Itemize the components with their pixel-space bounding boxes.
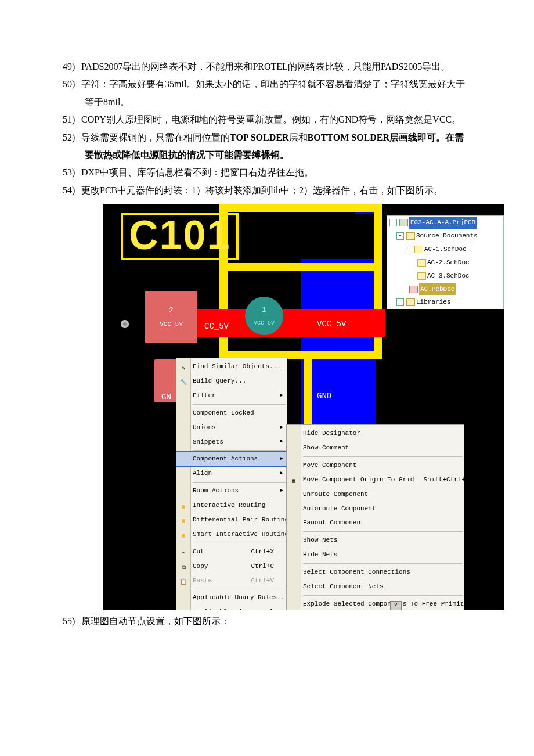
submenu-fanout[interactable]: Fanout Component	[287, 516, 464, 530]
menu-paste[interactable]: 📋PasteCtrl+V	[176, 574, 287, 588]
collapse-icon[interactable]: -	[396, 232, 404, 240]
submenu-arrow-icon: ▶	[280, 437, 283, 447]
menu-label: Applicable Binary Rules...	[193, 606, 293, 610]
pad-net: VCC_5V	[160, 318, 183, 330]
item-number: 51)	[63, 111, 81, 128]
submenu-hide-designator[interactable]: Hide Designator	[287, 426, 464, 441]
menu-component-actions[interactable]: Component Actions▶	[176, 452, 287, 466]
trace-yellow	[228, 263, 374, 271]
menu-label: Component Actions	[193, 453, 258, 465]
menu-cut[interactable]: ✂CutCtrl+X	[176, 545, 287, 559]
pad-number: 2	[169, 304, 174, 318]
menu-room-actions[interactable]: Room Actions▶	[176, 484, 287, 498]
pcb-screenshot: CC_5V VCC_5V GND 2 VCC_5V 1 VCC_5V GN C1…	[103, 204, 504, 610]
tree-label: AC-3.SchDoc	[427, 270, 470, 282]
menu-separator	[303, 563, 463, 564]
menu-label: Find Similar Objects...	[193, 361, 281, 373]
menu-separator	[193, 482, 286, 483]
tree-node-pcbdoc[interactable]: AC.PcbDoc	[387, 283, 503, 296]
menu-binary-rules[interactable]: Applicable Binary Rules...	[176, 605, 287, 610]
menu-unary-rules[interactable]: Applicable Unary Rules...	[176, 591, 287, 605]
list-item: 55)原理图自动节点设置，如下图所示：	[63, 613, 471, 630]
menu-label: Smart Interactive Routing	[193, 528, 288, 541]
tree-label: AC.PcbDoc	[419, 283, 456, 296]
via	[121, 320, 129, 328]
menu-smart-routing[interactable]: ▥Smart Interactive Routing	[176, 527, 287, 542]
menu-label: Component Locked	[193, 407, 254, 419]
submenu-autoroute[interactable]: Autoroute Component	[287, 502, 464, 516]
menu-find-similar[interactable]: ✎Find Similar Objects...	[176, 359, 287, 374]
pad-1[interactable]: 1 VCC_5V	[245, 297, 283, 335]
menu-separator	[193, 450, 286, 451]
menu-component-locked[interactable]: Component Locked	[176, 406, 287, 420]
submenu-move-component[interactable]: Move Component	[287, 458, 464, 473]
item-number: 55)	[63, 613, 81, 630]
pcb-icon	[409, 286, 418, 293]
route-icon: ▥	[179, 530, 188, 538]
menu-label: Unions	[193, 422, 216, 434]
net-label-vcc: VCC_5V	[317, 316, 346, 332]
menu-build-query[interactable]: 🔧Build Query...	[176, 374, 287, 388]
collapse-icon[interactable]: -	[405, 246, 412, 253]
submenu-hide-nets[interactable]: Hide Nets	[287, 548, 464, 562]
menu-label: Autoroute Component	[303, 503, 376, 515]
menu-label: Show Nets	[303, 534, 337, 546]
menu-label: Select Component Connections	[303, 566, 410, 578]
expand-icon[interactable]: +	[396, 298, 404, 306]
menu-shortcut: Shift+Ctrl+G	[423, 474, 469, 486]
menu-label: Room Actions	[193, 485, 239, 497]
pad-2[interactable]: 2 VCC_5V	[145, 291, 197, 343]
context-submenu[interactable]: Hide Designator Show Comment Move Compon…	[286, 424, 464, 610]
submenu-explode[interactable]: Explode Selected Components To Free Prim…	[287, 597, 464, 610]
menu-label: Paste	[193, 575, 212, 587]
component-designator: C101	[121, 213, 239, 260]
menu-unions[interactable]: Unions▶	[176, 420, 287, 435]
item-text: 更改PCB中元器件的封装：1）将该封装添加到lib中；2）选择器件，右击，如下图…	[81, 185, 443, 195]
folder-icon	[406, 232, 415, 240]
menu-label: Interactive Routing	[193, 499, 265, 512]
project-tree[interactable]: -E03-AC.A-A.PrjPCB -Source Documents -AC…	[387, 215, 504, 309]
tree-label: Source Documents	[416, 230, 478, 242]
collapse-icon[interactable]: -	[389, 219, 397, 226]
menu-diff-pair-routing[interactable]: ▥Differential Pair Routing	[176, 513, 287, 527]
menu-label: Differential Pair Routing	[193, 514, 288, 526]
menu-label: Snippets	[193, 436, 223, 448]
item-text-pre: 导线需要裸铜的，只需在相同位置的	[81, 132, 230, 142]
menu-separator	[193, 543, 286, 543]
submenu-select-connections[interactable]: Select Component Connections	[287, 565, 464, 579]
submenu-show-nets[interactable]: Show Nets	[287, 533, 464, 548]
tree-node-doc[interactable]: AC-2.SchDoc	[387, 256, 503, 269]
menu-snippets[interactable]: Snippets▶	[176, 435, 287, 449]
context-menu[interactable]: ✎Find Similar Objects... 🔧Build Query...…	[176, 358, 287, 610]
tree-node-libs[interactable]: +Libraries	[387, 296, 503, 309]
submenu-move-origin-grid[interactable]: ▦Move Component Origin To GridShift+Ctrl…	[287, 473, 464, 487]
item-number: 53)	[63, 164, 81, 181]
menu-separator	[193, 589, 286, 589]
menu-label: Cut	[193, 546, 204, 558]
submenu-unroute[interactable]: Unroute Component	[287, 487, 464, 502]
menu-copy[interactable]: ⧉CopyCtrl+C	[176, 559, 287, 574]
menu-label: Select Component Nets	[303, 581, 384, 593]
tree-node-doc[interactable]: AC-3.SchDoc	[387, 269, 503, 283]
item-text-bold: BOTTOM SOLDER	[308, 132, 390, 142]
tree-node-project[interactable]: -E03-AC.A-A.PrjPCB	[387, 216, 503, 229]
menu-separator	[303, 595, 463, 596]
menu-interactive-routing[interactable]: ▥Interactive Routing	[176, 498, 287, 513]
submenu-arrow-icon: ▶	[280, 486, 283, 496]
scroll-down-icon[interactable]: v	[390, 601, 402, 610]
submenu-show-comment[interactable]: Show Comment	[287, 441, 464, 455]
tree-node-doc[interactable]: -AC-1.SchDoc	[387, 243, 503, 256]
submenu-select-nets[interactable]: Select Component Nets	[287, 579, 464, 594]
menu-align[interactable]: Align▶	[176, 466, 287, 481]
net-label: CC_5V	[204, 319, 229, 334]
menu-separator	[303, 456, 463, 457]
list-item: 51)COPY别人原理图时，电源和地的符号要重新放置。例如，有的GND符号，网络…	[63, 111, 471, 128]
tree-node-source[interactable]: -Source Documents	[387, 229, 503, 243]
schematic-icon	[417, 259, 426, 267]
menu-filter[interactable]: Filter▶	[176, 388, 287, 403]
menu-shortcut: Ctrl+C	[251, 560, 274, 573]
menu-shortcut: Ctrl+X	[251, 546, 274, 558]
route-icon: ▥	[179, 502, 188, 510]
menu-label: Copy	[193, 560, 208, 573]
scissors-icon: ✂	[179, 548, 188, 556]
